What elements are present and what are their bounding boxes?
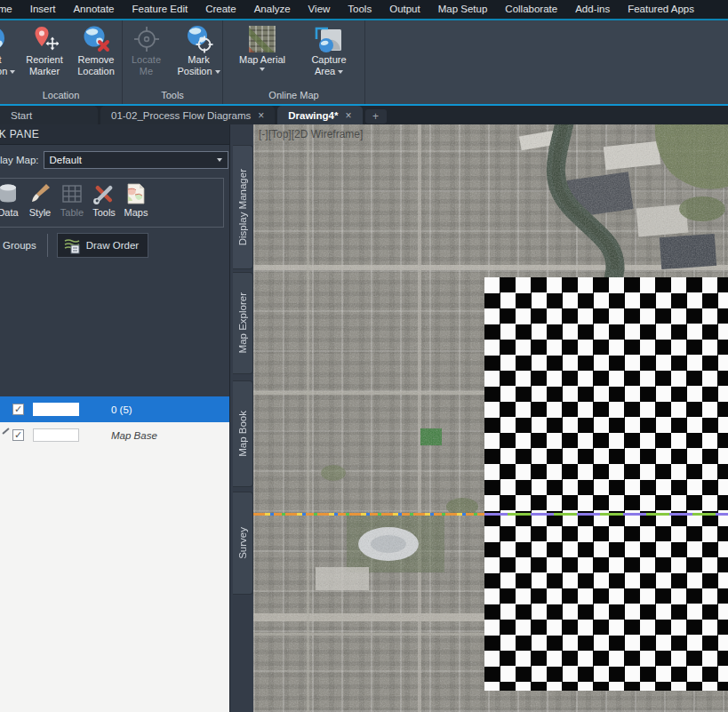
dropdown-arrow-icon <box>215 70 220 74</box>
task-pane: TASK PANE Display Map: Default Data Styl… <box>0 124 229 712</box>
reorient-marker-button[interactable]: Reorient Marker <box>19 22 70 76</box>
draw-order-button[interactable]: Draw Order <box>57 233 148 258</box>
locate-crosshair-icon <box>132 24 162 54</box>
side-tab-map-explorer[interactable]: Map Explorer <box>233 272 253 374</box>
map-document-icon <box>124 182 148 205</box>
menu-item-featured-apps[interactable]: Featured Apps <box>619 0 703 19</box>
menu-item-output[interactable]: Output <box>380 0 429 19</box>
layer-label: Map Base <box>111 430 157 441</box>
globe-icon <box>0 24 8 54</box>
aerial-thumbnail-icon <box>247 24 277 54</box>
data-tool-button[interactable]: Data <box>0 182 24 218</box>
layer-list: ✓ 0 (5) ✓ Map Base <box>0 396 229 712</box>
menu-item-map-setup[interactable]: Map Setup <box>429 0 497 19</box>
task-pane-header: TASK PANE <box>0 124 229 145</box>
menu-item-add-ins[interactable]: Add-ins <box>566 0 619 19</box>
layer-checkbox[interactable]: ✓ <box>12 404 24 415</box>
style-tool-button[interactable]: Style <box>24 182 56 218</box>
dropdown-arrow-icon <box>10 70 15 74</box>
draw-order-icon <box>63 236 81 254</box>
layer-label: 0 (5) <box>111 404 132 415</box>
menu-item-feature-edit[interactable]: Feature Edit <box>124 0 197 19</box>
menu-item-tools[interactable]: Tools <box>339 0 380 19</box>
tools-tool-button[interactable]: Tools <box>88 182 120 218</box>
ribbon-group-label-tools: Tools <box>123 89 222 104</box>
groups-button[interactable]: Groups <box>0 240 36 251</box>
mark-position-button[interactable]: Mark Position <box>175 22 222 76</box>
menu-item-collaborate[interactable]: Collaborate <box>496 0 566 19</box>
table-tool-button: Table <box>56 182 88 218</box>
separator <box>47 234 48 257</box>
chevron-down-icon <box>217 158 222 162</box>
current-layer-indicator <box>2 428 9 434</box>
menu-item-insert[interactable]: Insert <box>21 0 65 19</box>
layer-row-map-base[interactable]: ✓ Map Base <box>0 422 229 448</box>
map-viewport[interactable]: [-][Top][2D Wireframe] <box>253 124 728 712</box>
edit-location-button[interactable]: Edit Location <box>0 22 19 76</box>
tab-process-flow-diagrams[interactable]: 01-02_Process Flow Diagrams × <box>100 106 275 124</box>
layer-swatch[interactable] <box>33 428 79 442</box>
ribbon-group-tools: Locate Me Mark <box>123 20 223 104</box>
maps-tool-button[interactable]: Maps <box>120 182 152 218</box>
database-icon <box>0 182 20 205</box>
map-pin-move-icon <box>29 24 60 54</box>
map-aerial-button[interactable]: Map Aerial <box>231 22 293 71</box>
locate-me-button: Locate Me <box>123 22 170 76</box>
ribbon-group-online-map: Map Aerial Capture Area Online Map <box>223 20 365 104</box>
ribbon-group-location: Edit Location <box>0 20 123 104</box>
table-icon <box>60 182 84 205</box>
missing-tiles-checkerboard <box>484 277 728 691</box>
task-pane-title: TASK PANE <box>0 124 39 145</box>
display-map-label: Display Map: <box>0 155 38 165</box>
menu-item-view[interactable]: View <box>300 0 340 19</box>
layer-checkbox[interactable]: ✓ <box>12 429 24 441</box>
display-map-select[interactable]: Default <box>44 151 228 169</box>
task-pane-toolbar: Data Style Table <box>0 178 224 228</box>
tools-icon <box>92 182 116 205</box>
ribbon-group-label-online-map: Online Map <box>223 89 364 104</box>
viewport-controls-label[interactable]: [-][Top][2D Wireframe] <box>259 128 363 140</box>
feature-polyline[interactable] <box>253 513 484 516</box>
task-pane-side-tabs: Display Manager Map Explorer Map Book Su… <box>229 124 253 712</box>
capture-area-button[interactable]: Capture Area <box>301 22 356 76</box>
new-tab-button[interactable]: + <box>365 109 387 124</box>
dropdown-arrow-icon <box>260 68 265 71</box>
tab-drawing4[interactable]: Drawing4* × <box>277 106 362 124</box>
dropdown-arrow-icon <box>338 70 343 74</box>
menu-item-home[interactable]: Home <box>0 0 21 19</box>
menu-item-create[interactable]: Create <box>196 0 245 19</box>
tab-start[interactable]: Start <box>0 106 98 124</box>
drawing-tab-bar: Start 01-02_Process Flow Diagrams × Draw… <box>0 106 728 124</box>
close-tab-icon[interactable]: × <box>258 109 264 122</box>
paintbrush-icon <box>28 182 52 205</box>
menu-item-analyze[interactable]: Analyze <box>245 0 300 19</box>
globe-remove-icon <box>81 24 111 54</box>
globe-mark-icon <box>184 24 214 54</box>
ribbon-group-label-location: Location <box>0 89 122 104</box>
remove-location-button[interactable]: Remove Location <box>70 22 122 76</box>
ribbon-empty-space <box>365 20 728 104</box>
close-tab-icon[interactable]: × <box>346 109 352 122</box>
capture-area-icon <box>314 24 344 54</box>
menu-item-annotate[interactable]: Annotate <box>64 0 123 19</box>
layer-row-0[interactable]: ✓ 0 (5) <box>0 396 229 422</box>
menu-bar: Home Insert Annotate Feature Edit Create… <box>0 0 728 19</box>
layer-swatch[interactable] <box>33 403 79 416</box>
feature-polyline[interactable] <box>484 513 728 516</box>
side-tab-survey[interactable]: Survey <box>233 492 253 595</box>
side-tab-map-book[interactable]: Map Book <box>233 380 253 487</box>
side-tab-display-manager[interactable]: Display Manager <box>233 145 253 269</box>
ribbon: Edit Location <box>0 20 728 104</box>
